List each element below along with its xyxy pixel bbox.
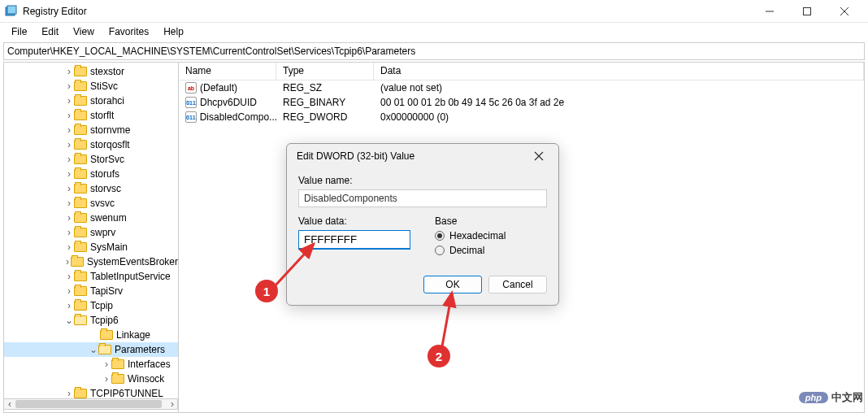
dialog-close-button[interactable] <box>529 146 549 166</box>
tree-item[interactable]: ›TabletInputService <box>4 269 178 284</box>
value-data-label: Value data: <box>298 215 410 227</box>
value-name-field: DisabledComponents <box>298 189 547 207</box>
tree-item[interactable]: ›SystemEventsBroker <box>4 254 178 269</box>
dialog-body: Value name: DisabledComponents Value dat… <box>287 168 558 305</box>
dialog-titlebar: Edit DWORD (32-bit) Value <box>287 144 558 168</box>
scroll-right-icon[interactable]: › <box>167 399 178 409</box>
tree-item[interactable]: ›TapiSrv <box>4 284 178 298</box>
menu-file[interactable]: File <box>5 24 33 39</box>
list-row[interactable]: 011Dhcpv6DUID REG_BINARY 00 01 00 01 2b … <box>179 95 864 110</box>
binary-value-icon: 011 <box>185 111 197 123</box>
horizontal-scrollbar[interactable]: ‹ › <box>3 398 178 410</box>
tree-item-tcpip6[interactable]: ⌄Tcpip6 <box>4 313 178 328</box>
tree-item[interactable]: ›StorSvc <box>4 152 178 167</box>
tree-panel[interactable]: ›stexstor ›StiSvc ›storahci ›storflt ›st… <box>4 63 179 412</box>
menu-favorites[interactable]: Favorites <box>102 24 155 39</box>
base-label: Base <box>435 215 547 227</box>
svg-rect-1 <box>7 6 16 14</box>
ok-button[interactable]: OK <box>423 276 482 293</box>
annotation-badge-2: 2 <box>427 345 450 367</box>
tree-item[interactable]: ›svsvc <box>4 196 178 211</box>
list-header: Name Type Data <box>179 63 864 80</box>
string-value-icon: ab <box>185 82 197 93</box>
tree-item[interactable]: ›storvsc <box>4 181 178 196</box>
minimize-button[interactable] <box>751 0 788 23</box>
address-bar[interactable]: Computer\HKEY_LOCAL_MACHINE\SYSTEM\Curre… <box>3 42 865 60</box>
close-button[interactable] <box>826 0 863 23</box>
tree-item[interactable]: ›storflt <box>4 108 178 123</box>
watermark: php 中文网 <box>799 390 863 405</box>
col-header-type[interactable]: Type <box>276 63 374 80</box>
dialog-title: Edit DWORD (32-bit) Value <box>297 150 414 162</box>
tree-item[interactable]: ›stexstor <box>4 64 178 79</box>
radio-hexadecimal[interactable]: Hexadecimal <box>435 230 547 241</box>
tree-item[interactable]: ›Tcpip <box>4 298 178 313</box>
radio-decimal[interactable]: Decimal <box>435 245 547 256</box>
annotation-badge-1: 1 <box>255 280 278 302</box>
edit-dword-dialog: Edit DWORD (32-bit) Value Value name: Di… <box>286 143 559 306</box>
tree-item[interactable]: ›storqosflt <box>4 137 178 152</box>
list-row[interactable]: 011DisabledCompo... REG_DWORD 0x00000000… <box>179 110 864 124</box>
address-text: Computer\HKEY_LOCAL_MACHINE\SYSTEM\Curre… <box>7 46 415 57</box>
tree-item-winsock[interactable]: ›Winsock <box>4 372 178 386</box>
titlebar: Registry Editor <box>0 0 868 23</box>
tree-item-parameters[interactable]: ⌄Parameters <box>4 342 178 357</box>
tree-item[interactable]: ›StiSvc <box>4 79 178 93</box>
menu-view[interactable]: View <box>67 24 101 39</box>
tree-item-linkage[interactable]: Linkage <box>4 328 178 342</box>
list-row[interactable]: ab(Default) REG_SZ (value not set) <box>179 80 864 95</box>
watermark-cn: 中文网 <box>831 390 863 405</box>
tree-item[interactable]: ›storufs <box>4 167 178 181</box>
value-name-label: Value name: <box>298 175 547 186</box>
close-icon <box>534 151 544 161</box>
scroll-left-icon[interactable]: ‹ <box>4 399 15 409</box>
tree-item[interactable]: ›SysMain <box>4 240 178 254</box>
col-header-data[interactable]: Data <box>374 63 864 80</box>
cancel-button[interactable]: Cancel <box>488 276 547 293</box>
tree-item[interactable]: ›swenum <box>4 211 178 225</box>
radio-icon <box>435 246 445 255</box>
menubar: File Edit View Favorites Help <box>0 23 868 41</box>
tree-item[interactable]: ›swprv <box>4 225 178 240</box>
value-data-input[interactable] <box>298 230 410 250</box>
chevron-down-icon[interactable]: ⌄ <box>89 344 98 355</box>
chevron-down-icon[interactable]: ⌄ <box>64 315 74 326</box>
window-controls <box>751 0 863 23</box>
tree-item-interfaces[interactable]: ›Interfaces <box>4 357 178 372</box>
maximize-button[interactable] <box>788 0 826 23</box>
menu-help[interactable]: Help <box>157 24 190 39</box>
scroll-thumb[interactable] <box>15 400 162 408</box>
radio-icon <box>435 231 445 241</box>
binary-value-icon: 011 <box>185 97 197 108</box>
watermark-php: php <box>799 392 828 403</box>
tree-item[interactable]: ›stornvme <box>4 123 178 137</box>
col-header-name[interactable]: Name <box>179 63 276 80</box>
window-title: Registry Editor <box>23 6 751 17</box>
app-icon <box>5 5 18 18</box>
menu-edit[interactable]: Edit <box>35 24 65 39</box>
svg-rect-3 <box>804 7 811 15</box>
tree-item[interactable]: ›storahci <box>4 93 178 108</box>
